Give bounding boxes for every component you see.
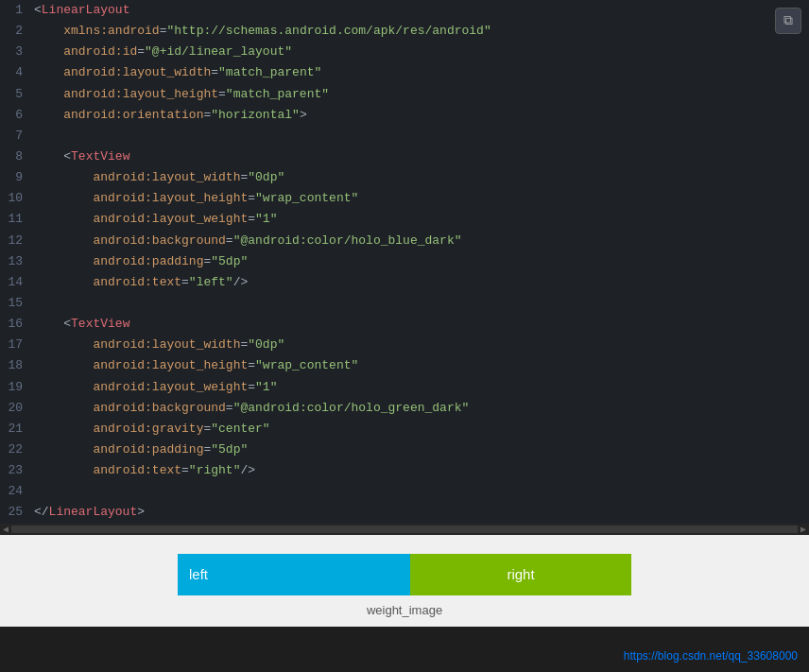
line-number: 3 xyxy=(0,42,30,62)
table-row: 24 xyxy=(0,481,809,502)
table-row: 11 android:layout_weight="1" xyxy=(0,209,809,230)
line-number: 13 xyxy=(0,251,30,272)
table-row: 8 <TextView xyxy=(0,146,809,167)
table-row: 5 android:layout_height="match_parent" xyxy=(0,84,809,105)
line-number: 20 xyxy=(0,398,30,419)
line-number: 16 xyxy=(0,314,30,335)
line-content: android:layout_height="match_parent" xyxy=(30,84,809,105)
line-content: android:layout_width="0dp" xyxy=(30,167,809,188)
preview-widgets: left right xyxy=(178,554,631,595)
line-number: 22 xyxy=(0,439,30,460)
line-content: android:gravity="center" xyxy=(30,419,809,439)
scroll-track[interactable] xyxy=(11,526,798,533)
table-row: 25</LinearLayout> xyxy=(0,502,809,523)
table-row: 18 android:layout_height="wrap_content" xyxy=(0,355,809,376)
line-content xyxy=(30,481,809,502)
table-row: 2 xmlns:android="http://schemas.android.… xyxy=(0,21,809,42)
line-content: android:layout_weight="1" xyxy=(30,209,809,230)
copy-button[interactable]: ⧉ xyxy=(775,8,801,34)
line-content: android:layout_height="wrap_content" xyxy=(30,188,809,209)
line-number: 15 xyxy=(0,293,30,314)
preview-area: left right weight_image xyxy=(0,535,809,627)
line-number: 14 xyxy=(0,272,30,293)
footer-link[interactable]: https://blog.csdn.net/qq_33608000 xyxy=(624,649,798,663)
line-content: android:padding="5dp" xyxy=(30,251,809,272)
table-row: 7 xyxy=(0,126,809,146)
table-row: 15 xyxy=(0,293,809,314)
line-number: 23 xyxy=(0,460,30,481)
scroll-left-arrow[interactable]: ◀ xyxy=(0,524,11,535)
line-content: android:text="left"/> xyxy=(30,272,809,293)
line-number: 8 xyxy=(0,146,30,167)
line-number: 24 xyxy=(0,481,30,502)
scroll-right-arrow[interactable]: ▶ xyxy=(798,524,809,535)
line-content: android:text="right"/> xyxy=(30,460,809,481)
line-number: 25 xyxy=(0,502,30,523)
line-number: 11 xyxy=(0,209,30,230)
line-content xyxy=(30,126,809,146)
table-row: 22 android:padding="5dp" xyxy=(0,439,809,460)
line-content: android:id="@+id/linear_layout" xyxy=(30,42,809,62)
line-content: android:padding="5dp" xyxy=(30,439,809,460)
line-number: 9 xyxy=(0,167,30,188)
preview-label: weight_image xyxy=(367,603,442,617)
left-widget: left xyxy=(178,554,410,595)
table-row: 3 android:id="@+id/linear_layout" xyxy=(0,42,809,62)
code-editor: ⧉ 1<LinearLayout2 xmlns:android="http://… xyxy=(0,0,809,524)
line-content: </LinearLayout> xyxy=(30,502,809,523)
line-content: xmlns:android="http://schemas.android.co… xyxy=(30,21,809,42)
line-content: android:layout_height="wrap_content" xyxy=(30,355,809,376)
line-number: 4 xyxy=(0,62,30,83)
table-row: 21 android:gravity="center" xyxy=(0,419,809,439)
line-content: android:layout_weight="1" xyxy=(30,377,809,398)
table-row: 20 android:background="@android:color/ho… xyxy=(0,398,809,419)
horizontal-scrollbar[interactable]: ◀ ▶ xyxy=(0,524,809,535)
table-row: 14 android:text="left"/> xyxy=(0,272,809,293)
table-row: 12 android:background="@android:color/ho… xyxy=(0,231,809,251)
table-row: 9 android:layout_width="0dp" xyxy=(0,167,809,188)
line-number: 17 xyxy=(0,335,30,355)
table-row: 16 <TextView xyxy=(0,314,809,335)
line-content: <TextView xyxy=(30,314,809,335)
line-number: 2 xyxy=(0,21,30,42)
line-number: 7 xyxy=(0,126,30,146)
line-content: android:background="@android:color/holo_… xyxy=(30,398,809,419)
line-number: 19 xyxy=(0,377,30,398)
right-widget: right xyxy=(410,554,631,595)
table-row: 17 android:layout_width="0dp" xyxy=(0,335,809,355)
table-row: 4 android:layout_width="match_parent" xyxy=(0,62,809,83)
line-content: android:orientation="horizontal"> xyxy=(30,105,809,126)
line-number: 21 xyxy=(0,419,30,439)
table-row: 1<LinearLayout xyxy=(0,0,809,21)
line-content: <LinearLayout xyxy=(30,0,809,21)
line-number: 18 xyxy=(0,355,30,376)
line-number: 10 xyxy=(0,188,30,209)
line-number: 5 xyxy=(0,84,30,105)
line-content: android:layout_width="match_parent" xyxy=(30,62,809,83)
line-content: <TextView xyxy=(30,146,809,167)
line-content: android:layout_width="0dp" xyxy=(30,335,809,355)
line-number: 6 xyxy=(0,105,30,126)
table-row: 6 android:orientation="horizontal"> xyxy=(0,105,809,126)
table-row: 13 android:padding="5dp" xyxy=(0,251,809,272)
line-number: 1 xyxy=(0,0,30,21)
left-text: left xyxy=(189,566,208,582)
table-row: 19 android:layout_weight="1" xyxy=(0,377,809,398)
table-row: 10 android:layout_height="wrap_content" xyxy=(0,188,809,209)
line-content xyxy=(30,293,809,314)
table-row: 23 android:text="right"/> xyxy=(0,460,809,481)
line-number: 12 xyxy=(0,231,30,251)
line-content: android:background="@android:color/holo_… xyxy=(30,231,809,251)
right-text: right xyxy=(507,566,534,582)
